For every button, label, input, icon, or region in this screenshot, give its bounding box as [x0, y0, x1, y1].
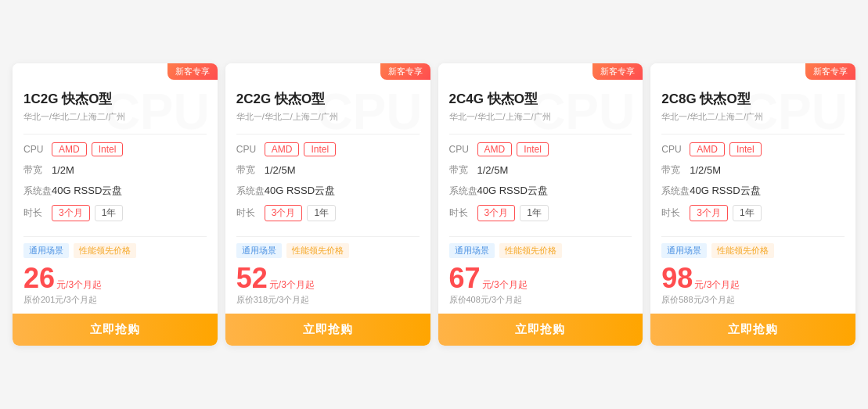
price-unit: 元/3个月起 [269, 278, 315, 292]
plan-title: 2C8G 快杰O型 [661, 90, 845, 108]
buy-button[interactable]: 立即抢购 [13, 314, 218, 346]
disk-label: 系统盘 [23, 185, 52, 198]
price-main: 98 元/3个月起 [661, 264, 845, 292]
duration-option-1[interactable]: 1年 [307, 205, 336, 221]
card-header: 新客专享 2C2G 快杰O型 华北一/华北二/上海二/广州 CPU [225, 63, 430, 134]
new-badge: 新客专享 [380, 63, 430, 80]
disk-label: 系统盘 [236, 185, 265, 198]
cpu-label: CPU [236, 144, 265, 155]
card-1: 新客专享 1C2G 快杰O型 华北一/华北二/上海二/广州 CPU CPU AM… [13, 63, 218, 346]
price-section: 通用场景 性能领先价格 98 元/3个月起 原价588元/3个月起 [650, 237, 855, 314]
tag-general: 通用场景 [23, 243, 69, 258]
cpu-label: CPU [449, 144, 477, 155]
tags-row: 通用场景 性能领先价格 [236, 243, 420, 258]
tag-general: 通用场景 [661, 243, 707, 258]
duration-option-0[interactable]: 3个月 [265, 205, 303, 221]
price-number: 67 [449, 264, 481, 292]
price-main: 67 元/3个月起 [449, 264, 632, 292]
disk-row: 系统盘 40G RSSD云盘 [661, 184, 845, 198]
bandwidth-row: 带宽 1/2/5M [449, 163, 632, 177]
card-specs: CPU AMD Intel 带宽 1/2/5M 系统盘 40G RSSD云盘 时… [650, 135, 855, 236]
disk-value: 40G RSSD云盘 [477, 184, 548, 198]
price-original: 原价201元/3个月起 [23, 294, 207, 306]
tags-row: 通用场景 性能领先价格 [23, 243, 207, 258]
duration-options: 3个月 1年 [690, 205, 761, 221]
buy-button[interactable]: 立即抢购 [650, 314, 855, 346]
price-section: 通用场景 性能领先价格 67 元/3个月起 原价408元/3个月起 [438, 237, 643, 314]
cpu-option-intel[interactable]: Intel [92, 142, 124, 156]
price-original: 原价588元/3个月起 [661, 294, 845, 306]
duration-row: 时长 3个月 1年 [661, 205, 845, 221]
duration-row: 时长 3个月 1年 [236, 205, 420, 221]
plan-region: 华北一/华北二/上海二/广州 [449, 111, 632, 123]
bandwidth-row: 带宽 1/2/5M [661, 163, 845, 177]
duration-option-1[interactable]: 1年 [520, 205, 549, 221]
duration-label: 时长 [661, 206, 690, 220]
disk-value: 40G RSSD云盘 [52, 184, 122, 198]
buy-button[interactable]: 立即抢购 [225, 314, 430, 346]
duration-options: 3个月 1年 [52, 205, 123, 221]
bandwidth-label: 带宽 [449, 163, 477, 177]
duration-option-0[interactable]: 3个月 [52, 205, 90, 221]
card-specs: CPU AMD Intel 带宽 1/2/5M 系统盘 40G RSSD云盘 时… [438, 135, 643, 236]
plan-title: 1C2G 快杰O型 [23, 90, 207, 108]
disk-value: 40G RSSD云盘 [265, 184, 335, 198]
duration-options: 3个月 1年 [265, 205, 336, 221]
bandwidth-value: 1/2/5M [690, 164, 721, 176]
cpu-row: CPU AMD Intel [23, 142, 207, 156]
card-4: 新客专享 2C8G 快杰O型 华北一/华北二/上海二/广州 CPU CPU AM… [650, 63, 855, 346]
cpu-row: CPU AMD Intel [661, 142, 845, 156]
price-main: 52 元/3个月起 [236, 264, 420, 292]
new-badge: 新客专享 [592, 63, 643, 80]
tag-performance: 性能领先价格 [74, 243, 136, 258]
plan-title: 2C2G 快杰O型 [236, 90, 420, 108]
duration-label: 时长 [23, 206, 52, 220]
cards-container: 新客专享 1C2G 快杰O型 华北一/华北二/上海二/广州 CPU CPU AM… [13, 63, 855, 346]
bandwidth-row: 带宽 1/2/5M [236, 163, 420, 177]
price-unit: 元/3个月起 [56, 278, 102, 292]
cpu-option-intel[interactable]: Intel [304, 142, 336, 156]
card-specs: CPU AMD Intel 带宽 1/2M 系统盘 40G RSSD云盘 时长 [13, 135, 218, 236]
bandwidth-value: 1/2M [52, 164, 74, 176]
duration-row: 时长 3个月 1年 [23, 205, 207, 221]
disk-value: 40G RSSD云盘 [690, 184, 760, 198]
duration-option-0[interactable]: 3个月 [477, 205, 516, 221]
card-2: 新客专享 2C2G 快杰O型 华北一/华北二/上海二/广州 CPU CPU AM… [225, 63, 430, 346]
cpu-option-amd[interactable]: AMD [52, 142, 87, 156]
tags-row: 通用场景 性能领先价格 [449, 243, 632, 258]
plan-region: 华北一/华北二/上海二/广州 [661, 111, 845, 123]
price-original: 原价408元/3个月起 [449, 294, 632, 306]
cpu-option-intel[interactable]: Intel [729, 142, 762, 156]
price-section: 通用场景 性能领先价格 52 元/3个月起 原价318元/3个月起 [225, 237, 430, 314]
tags-row: 通用场景 性能领先价格 [661, 243, 845, 258]
disk-row: 系统盘 40G RSSD云盘 [449, 184, 632, 198]
price-number: 26 [23, 264, 55, 292]
disk-row: 系统盘 40G RSSD云盘 [23, 184, 207, 198]
plan-title: 2C4G 快杰O型 [449, 90, 632, 108]
plan-region: 华北一/华北二/上海二/广州 [23, 111, 207, 123]
bandwidth-label: 带宽 [661, 163, 690, 177]
price-number: 52 [236, 264, 268, 292]
price-section: 通用场景 性能领先价格 26 元/3个月起 原价201元/3个月起 [13, 237, 218, 314]
cpu-option-amd[interactable]: AMD [477, 142, 513, 156]
plan-region: 华北一/华北二/上海二/广州 [236, 111, 420, 123]
disk-row: 系统盘 40G RSSD云盘 [236, 184, 420, 198]
cpu-options: AMD Intel [265, 142, 336, 156]
cpu-option-amd[interactable]: AMD [265, 142, 300, 156]
cpu-row: CPU AMD Intel [449, 142, 632, 156]
cpu-options: AMD Intel [52, 142, 123, 156]
card-3: 新客专享 2C4G 快杰O型 华北一/华北二/上海二/广州 CPU CPU AM… [438, 63, 643, 346]
duration-options: 3个月 1年 [477, 205, 549, 221]
price-original: 原价318元/3个月起 [236, 294, 420, 306]
cpu-option-amd[interactable]: AMD [690, 142, 725, 156]
price-unit: 元/3个月起 [694, 278, 740, 292]
duration-label: 时长 [449, 206, 477, 220]
duration-option-1[interactable]: 1年 [733, 205, 762, 221]
duration-option-1[interactable]: 1年 [95, 205, 124, 221]
bandwidth-label: 带宽 [236, 163, 265, 177]
buy-button[interactable]: 立即抢购 [438, 314, 643, 346]
card-specs: CPU AMD Intel 带宽 1/2/5M 系统盘 40G RSSD云盘 时… [225, 135, 430, 236]
duration-option-0[interactable]: 3个月 [690, 205, 728, 221]
tag-performance: 性能领先价格 [499, 243, 562, 258]
cpu-option-intel[interactable]: Intel [517, 142, 549, 156]
